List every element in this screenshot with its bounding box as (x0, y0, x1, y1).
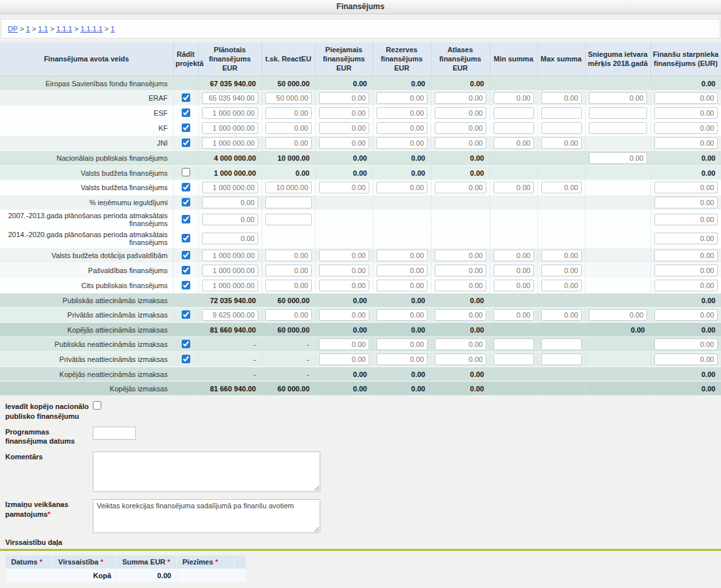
input-finansu-starpnieka[interactable] (654, 107, 718, 119)
input-finansu-starpnieka[interactable] (654, 250, 718, 261)
input-rezerves[interactable] (377, 182, 428, 193)
input-planotais[interactable] (202, 197, 258, 208)
input-tsk-reacteu[interactable] (265, 182, 312, 193)
input-planotais[interactable] (202, 250, 258, 261)
radit-projekta-checkbox[interactable] (182, 234, 190, 242)
input-finansu-starpnieka[interactable] (654, 280, 718, 291)
input-pieejamais[interactable] (319, 280, 369, 291)
input-finansu-starpnieka[interactable] (654, 182, 718, 193)
input-pieejamais[interactable] (319, 250, 369, 261)
radit-projekta-checkbox[interactable] (182, 139, 190, 147)
input-tsk-reacteu[interactable] (265, 137, 312, 149)
input-atlases[interactable] (435, 280, 486, 291)
input-max-summa[interactable] (541, 250, 582, 261)
input-tsk-reacteu[interactable] (265, 250, 312, 261)
input-min-summa[interactable] (494, 92, 534, 104)
input-pieejamais[interactable] (319, 182, 369, 193)
input-pieejamais[interactable] (319, 309, 369, 321)
input-pieejamais[interactable] (319, 353, 369, 365)
input-atlases[interactable] (435, 265, 486, 276)
input-max-summa[interactable] (541, 353, 582, 365)
input-max-summa[interactable] (541, 309, 582, 321)
input-atlases[interactable] (435, 250, 486, 261)
input-rezerves[interactable] (377, 92, 428, 104)
input-tsk-reacteu[interactable] (265, 309, 312, 321)
radit-projekta-checkbox[interactable] (182, 198, 190, 206)
input-min-summa[interactable] (494, 122, 534, 134)
input-pieejamais[interactable] (319, 107, 369, 119)
input-tsk-reacteu[interactable] (265, 197, 312, 208)
input-max-summa[interactable] (541, 107, 582, 119)
input-rezerves[interactable] (377, 250, 428, 261)
input-rezerves[interactable] (377, 122, 428, 134)
input-min-summa[interactable] (494, 265, 534, 276)
input-snieguma[interactable] (589, 309, 647, 321)
input-finansu-starpnieka[interactable] (654, 309, 718, 321)
input-finansu-starpnieka[interactable] (654, 122, 718, 134)
input-finansu-starpnieka[interactable] (654, 233, 718, 244)
radit-projekta-checkbox[interactable] (182, 281, 190, 289)
input-planotais[interactable] (202, 92, 258, 104)
program-date-input[interactable] (93, 427, 136, 440)
breadcrumb-link-dp[interactable]: DP (8, 25, 18, 33)
input-min-summa[interactable] (494, 280, 534, 291)
comment-textarea[interactable] (93, 451, 320, 492)
input-atlases[interactable] (435, 107, 486, 119)
input-max-summa[interactable] (541, 122, 582, 134)
input-planotais[interactable] (202, 233, 258, 244)
input-rezerves[interactable] (377, 107, 428, 119)
breadcrumb-link-1.1[interactable]: 1.1 (38, 25, 48, 33)
input-max-summa[interactable] (541, 92, 582, 104)
breadcrumb-link-1.1.1.1[interactable]: 1.1.1.1 (80, 25, 103, 33)
input-rezerves[interactable] (377, 265, 428, 276)
input-planotais[interactable] (202, 182, 258, 193)
input-max-summa[interactable] (541, 182, 582, 193)
input-tsk-reacteu[interactable] (265, 107, 312, 119)
input-tsk-reacteu[interactable] (265, 92, 312, 104)
breadcrumb-link-1[interactable]: 1 (26, 25, 30, 33)
input-tsk-reacteu[interactable] (265, 122, 312, 134)
reason-textarea[interactable]: Veiktas korekcijas finansējuma sadalījum… (93, 499, 320, 533)
input-atlases[interactable] (435, 353, 486, 365)
input-snieguma[interactable] (589, 152, 647, 164)
input-min-summa[interactable] (494, 107, 534, 119)
national-public-checkbox[interactable] (93, 401, 101, 410)
input-pieejamais[interactable] (319, 137, 369, 149)
input-pieejamais[interactable] (319, 122, 369, 134)
input-max-summa[interactable] (541, 280, 582, 291)
radit-projekta-checkbox[interactable] (182, 183, 190, 191)
input-planotais[interactable] (202, 309, 258, 321)
input-rezerves[interactable] (377, 280, 428, 291)
input-finansu-starpnieka[interactable] (654, 338, 718, 350)
input-tsk-reacteu[interactable] (265, 265, 312, 276)
input-max-summa[interactable] (541, 265, 582, 276)
input-finansu-starpnieka[interactable] (654, 265, 718, 276)
input-finansu-starpnieka[interactable] (654, 92, 718, 104)
input-max-summa[interactable] (541, 338, 582, 350)
input-min-summa[interactable] (494, 309, 534, 321)
radit-projekta-checkbox[interactable] (182, 266, 190, 274)
input-finansu-starpnieka[interactable] (654, 137, 718, 149)
radit-projekta-checkbox[interactable] (182, 108, 190, 117)
radit-projekta-checkbox[interactable] (182, 310, 190, 319)
input-pieejamais[interactable] (319, 265, 369, 276)
input-planotais[interactable] (202, 122, 258, 134)
input-finansu-starpnieka[interactable] (654, 214, 718, 225)
input-atlases[interactable] (435, 338, 486, 350)
radit-projekta-checkbox[interactable] (182, 340, 190, 348)
input-finansu-starpnieka[interactable] (654, 197, 718, 208)
input-rezerves[interactable] (377, 137, 428, 149)
input-finansu-starpnieka[interactable] (654, 353, 718, 365)
input-snieguma[interactable] (589, 107, 647, 119)
input-min-summa[interactable] (494, 338, 534, 350)
input-atlases[interactable] (435, 137, 486, 149)
input-rezerves[interactable] (377, 353, 428, 365)
input-max-summa[interactable] (541, 137, 582, 149)
input-planotais[interactable] (202, 137, 258, 149)
radit-projekta-checkbox[interactable] (182, 168, 190, 176)
input-pieejamais[interactable] (319, 338, 369, 350)
input-atlases[interactable] (435, 122, 486, 134)
input-atlases[interactable] (435, 182, 486, 193)
input-rezerves[interactable] (377, 309, 428, 321)
input-rezerves[interactable] (377, 338, 428, 350)
